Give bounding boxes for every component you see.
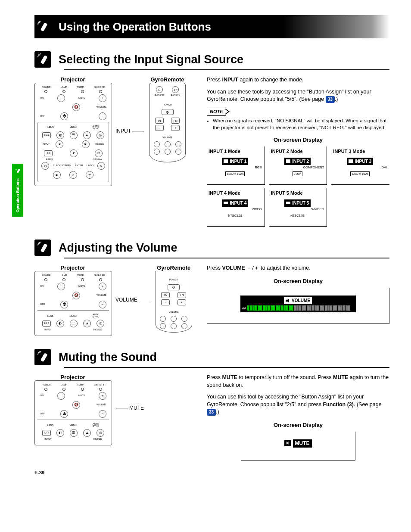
note-bullet: When no signal is received, "NO SIGNAL" … <box>213 117 389 131</box>
page-reference: 33 <box>326 96 335 103</box>
body-paragraph: Press MUTE to temporarily turn off the s… <box>207 374 389 389</box>
svg-rect-3 <box>40 55 48 64</box>
remote-input-button: IN <box>155 118 164 124</box>
body-paragraph: Press INPUT again to change the mode. <box>207 76 389 84</box>
down-button: ▼ <box>70 149 78 157</box>
page-reference: 33 <box>207 409 216 416</box>
projector-label: Projector <box>34 264 111 271</box>
volume-minus-button: − <box>99 301 106 308</box>
body-paragraph: You can use these tools by accessing the… <box>207 88 389 103</box>
input-chip: INPUT 1 <box>222 158 248 165</box>
power-off-button: ⏻ <box>60 112 68 120</box>
section-title: Muting the Sound <box>59 351 157 364</box>
projector-label: Projector <box>34 76 111 83</box>
resize-button: ⊞ <box>95 149 103 157</box>
learn-button: ⊙ <box>41 162 49 170</box>
pointer-label: VOLUME <box>115 297 137 303</box>
mute-button: 🔇 <box>72 103 80 111</box>
pointer-label: MUTE <box>129 405 144 411</box>
autosync-button: ◎ <box>97 131 104 139</box>
osd-mute-display: MUTE <box>241 432 355 460</box>
remote-power-button: ⏻ <box>162 109 174 115</box>
osd-volume-display: VOLUME 30 <box>207 288 389 324</box>
projector-diagram: POWER LAMP TEMP. GYRO RF ON I MUTE ＋ <box>34 83 112 186</box>
lens-button: ◐ <box>56 131 64 139</box>
remote-vol-plus: ＋ <box>177 299 186 305</box>
remote-icon <box>34 51 51 68</box>
menu-button: ☰ <box>70 131 78 139</box>
body-paragraph: Press VOLUME －/＋ to adjust the volume. <box>207 264 389 272</box>
right-button: ► <box>82 140 90 148</box>
input-chip: INPUT 4 <box>222 199 248 207</box>
volume-minus-button: − <box>99 112 106 120</box>
note-label: NOTE <box>207 108 226 116</box>
black-screen-button: ■ <box>53 171 61 179</box>
main-title: Using the Operation Buttons <box>59 20 211 34</box>
section-volume: Adjusting the Volume Projector POWER LAM… <box>34 240 389 336</box>
projector-label: Projector <box>34 374 111 380</box>
enter-button: ↵ <box>69 171 77 179</box>
svg-rect-2 <box>40 22 48 31</box>
mute-button: 🔇 <box>72 401 80 409</box>
section-mute: Muting the Sound Projector POWER LAMP TE… <box>34 349 389 460</box>
osd-title: On-screen Display <box>207 277 389 285</box>
svg-rect-4 <box>40 243 48 252</box>
remote-icon <box>34 349 51 365</box>
remote-label: GyroRemote <box>149 76 186 83</box>
section-title: Adjusting the Volume <box>59 241 177 255</box>
page-main-header: Using the Operation Buttons <box>34 15 389 38</box>
section-input-source: Selecting the Input Signal Source Projec… <box>34 51 389 227</box>
input-chip: INPUT 5 <box>284 199 311 207</box>
osd-grid: INPUT 1 Mode INPUT 1 RGB 1280 × 1024 INP… <box>207 146 389 227</box>
page-number: E-39 <box>34 470 389 475</box>
mute-chip: MUTE <box>284 439 312 448</box>
volume-bar <box>247 305 351 311</box>
remote-icon <box>34 240 51 256</box>
pointer-label: INPUT <box>115 128 131 134</box>
svg-rect-5 <box>40 353 48 362</box>
remote-label: GyroRemote <box>156 264 192 271</box>
gamma-button: γ <box>97 162 105 170</box>
osd-title: On-screen Display <box>207 421 389 429</box>
input-45-button: 4,5 <box>44 150 53 156</box>
body-paragraph: You can use this tool by accessing the "… <box>207 393 389 416</box>
input-chip: INPUT 3 <box>347 158 373 165</box>
undo-button: ↶ <box>86 171 93 179</box>
power-on-button: I <box>57 94 65 102</box>
volume-chip: VOLUME <box>284 297 312 304</box>
projector-diagram: POWER LAMP TEMP. GYRO RF ON I MUTE ＋ <box>34 380 112 445</box>
note-block: NOTE When no signal is received, "NO SIG… <box>207 108 389 131</box>
remote-vol-minus: − <box>161 299 170 305</box>
input-chip: INPUT 2 <box>284 158 311 165</box>
gyroremote-diagram: LR R-CLICKR-CLICK POWER⏻ INFN −＋ VOLUME <box>149 83 186 162</box>
up-button: ▲ <box>83 131 91 139</box>
section-title: Selecting the Input Signal Source <box>59 53 243 66</box>
projector-diagram: POWER LAMP TEMP. GYRO RF ON I MUTE ＋ <box>34 271 112 336</box>
volume-plus-button: ＋ <box>99 283 106 290</box>
osd-title: On-screen Display <box>207 136 389 144</box>
remote-icon <box>34 19 51 35</box>
input-123-button: 1,2,3 <box>42 132 51 138</box>
volume-plus-button: ＋ <box>99 94 106 102</box>
gyroremote-diagram: POWER⏻ INFN −＋ VOLUME <box>156 271 192 333</box>
mute-icon <box>284 440 291 446</box>
left-button: ◄ <box>56 140 63 148</box>
